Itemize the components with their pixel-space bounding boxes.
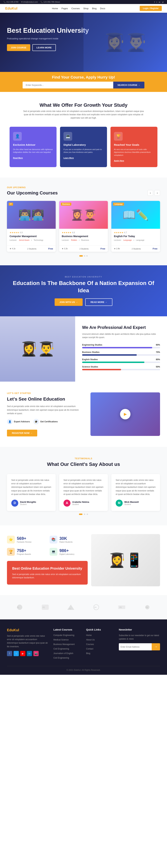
slider-dot-1[interactable] (79, 255, 83, 257)
online-feature-2-label: Get Certifications (40, 421, 58, 423)
slider-dot-2[interactable] (84, 255, 85, 257)
hero-join-button[interactable]: JOIN COURSE (7, 44, 30, 51)
advisor-feature-icon: 👤 (7, 419, 12, 425)
footer-link-contact[interactable]: Contact (86, 648, 93, 650)
search-section: Find Your Course, Apply Hurry Up! SEARCH… (0, 72, 167, 92)
footer-linkedin-icon[interactable]: in (27, 651, 32, 656)
topbar-email: ✉ info@edukul.com (21, 1, 38, 3)
footer-course-link[interactable]: Civil Engineering (54, 657, 69, 659)
footer-course-link[interactable]: Journalism of English (54, 652, 73, 655)
logo: EduKul (5, 6, 18, 10)
stat-icon-1: ⭐ (7, 536, 15, 544)
course-category-2: Business (81, 239, 89, 241)
nav-docs[interactable]: Docs (100, 7, 105, 10)
footer-courses-title: Latest Courses (54, 628, 81, 631)
advisor-icon: 👤 (13, 132, 22, 141)
offer-card-goals-link[interactable]: Apply Here (114, 160, 124, 162)
social-instagram[interactable]: in (159, 1, 160, 3)
course-price-3: Free (153, 247, 158, 250)
partner-logo-1: P1 (13, 602, 27, 613)
nav-courses[interactable]: Courses (71, 7, 80, 10)
offer-card-goals-title: Reached Your Goals (114, 143, 154, 146)
testimonial-dot-3[interactable] (87, 514, 88, 515)
footer-copyright: © 2021 EduKul. All Rights Reserved. (7, 666, 160, 671)
footer-course-link[interactable]: Civil Engineering (54, 648, 69, 650)
courses-next-button[interactable]: › (155, 190, 160, 196)
offer-card-lab-link[interactable]: Learn More (64, 157, 74, 159)
footer-twitter-icon[interactable]: t (13, 651, 19, 656)
stats-section: ⭐ 569+ Fantastic Review 📚 30K Rated Stud… (0, 525, 167, 595)
cert-feature-icon: 🎓 (33, 419, 39, 425)
skill-track (82, 362, 160, 363)
course-card-3: Language 📖✏️ ★★★★★ 4.7 English For Today… (111, 201, 160, 252)
svg-text:P3: P3 (69, 608, 71, 610)
footer-link-about[interactable]: About Us (86, 639, 95, 641)
testimonials-subtitle: TESTIMONIALS (7, 457, 160, 460)
navigation: EduKul Home Pages Courses Shop Blog Docs… (0, 4, 167, 13)
skill-bar: Engineering Studies90% (82, 344, 160, 348)
hero-decoration: 👩‍🎓👨‍🎓 (103, 32, 147, 53)
login-register-button[interactable]: Login / Register (140, 6, 162, 11)
footer-course-link[interactable]: Business Management (54, 643, 75, 646)
social-facebook[interactable]: f (154, 1, 155, 3)
online-register-button[interactable]: REGISTER NOW → (7, 430, 37, 436)
online-features: 👤 Expert Advisors 🎓 Get Certifications (7, 419, 84, 425)
testimonial-nav (7, 514, 160, 515)
newsletter-input[interactable] (119, 643, 152, 650)
footer-link-courses[interactable]: Courses (86, 643, 94, 646)
search-bar: SEARCH COURSE → (23, 82, 144, 88)
slider-dot-3[interactable] (86, 255, 88, 257)
courses-prev-button[interactable]: ‹ (147, 190, 153, 196)
stat-number-2: 30K (60, 536, 73, 541)
footer-newsletter-desc: Subscribe to our newsletter to get our l… (119, 634, 160, 641)
stat-number-1: 569+ (17, 536, 32, 541)
testimonial-card-1: Sed ut perspiciatis unde omnis iste natu… (7, 474, 56, 511)
course-footer-3: ★ 2.8k 2 Students Free (111, 245, 160, 252)
author-role-1: Student (20, 503, 36, 505)
skill-fill (82, 347, 152, 348)
social-youtube[interactable]: yt (162, 1, 164, 3)
course-people-1: 👨‍💻👩‍💻 (7, 201, 56, 229)
testimonial-text-2: Sed ut perspiciatis unde omnis iste natu… (64, 478, 103, 496)
blue-banner-read-button[interactable]: READ MORE → (85, 299, 112, 306)
testimonial-dot-2[interactable] (84, 514, 85, 515)
footer-link-home[interactable]: Home (86, 634, 92, 637)
footer-course-link[interactable]: Computer Engineering (54, 634, 74, 637)
courses-arrows: ‹ › (147, 190, 160, 196)
nav-home[interactable]: Home (52, 7, 58, 10)
online-feature-1: 👤 Expert Advisors (7, 419, 30, 425)
skill-fill (82, 354, 137, 356)
footer-course-link[interactable]: Medical Science (54, 639, 69, 641)
footer-instagram-icon[interactable]: 📷 (33, 651, 39, 656)
testimonial-dot-1[interactable] (79, 514, 82, 515)
footer-links-col: Quick Links Home About Us Courses Contac… (86, 628, 113, 661)
testimonials-title: What Our Client's Say About us (7, 462, 160, 467)
lab-icon: 💻 (64, 132, 72, 141)
search-button[interactable]: SEARCH COURSE → (113, 82, 144, 88)
course-category-3: Language (136, 239, 144, 241)
social-twitter[interactable]: t (157, 1, 157, 3)
hero-image: 👩‍🎓👨‍🎓 (84, 13, 167, 72)
blue-banner: BEST EDUCATION UNIVERSITY Education Is T… (0, 265, 167, 316)
nav-blog[interactable]: Blog (92, 7, 97, 10)
nav-pages[interactable]: Pages (61, 7, 68, 10)
footer-youtube-icon[interactable]: ▶ (20, 651, 25, 656)
offer-card-advisor-link[interactable]: Read More (13, 157, 23, 159)
skill-label: Science Studies50% (82, 366, 160, 368)
author-avatar-1: D (11, 500, 18, 506)
play-button[interactable]: ▶ (120, 409, 131, 420)
nav-shop[interactable]: Shop (83, 7, 89, 10)
search-input[interactable] (23, 82, 113, 88)
offer-title: What We Offer For Growth Your Study (7, 102, 160, 108)
newsletter-submit-button[interactable]: → (152, 643, 160, 650)
skill-label: Engineering Studies90% (82, 344, 160, 346)
skill-label: Business Studies70% (82, 351, 160, 353)
partner-logo-2: P2 (38, 602, 52, 613)
stat-item-4: 💻 986+ Digital Laboratory (49, 548, 88, 556)
footer-link-blog[interactable]: Blog (86, 652, 90, 655)
footer-facebook-icon[interactable]: f (7, 651, 12, 656)
online-section: LET'S GET STARTED Let's See Online Educa… (0, 381, 167, 447)
blue-banner-join-button[interactable]: JOIN WITH US → (55, 299, 82, 306)
hero-learn-button[interactable]: LEARN MORE (32, 44, 56, 51)
online-description: Sed ut perspiciatis unde omnis iste natu… (7, 405, 84, 415)
